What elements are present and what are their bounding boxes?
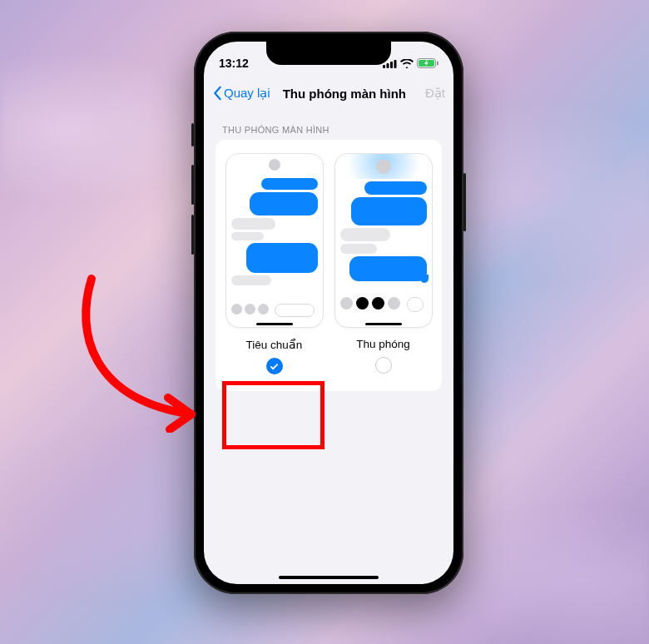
avatar-icon: [269, 159, 280, 171]
svg-rect-6: [437, 62, 438, 66]
option-zoomed-label: Thu phóng: [356, 338, 410, 350]
zoom-options-card: Tiêu chuẩn: [216, 140, 442, 391]
option-standard[interactable]: Tiêu chuẩn: [224, 153, 324, 374]
phone-frame: 13:12 Quay lại Thu phóng màn hình Đặt TH…: [194, 32, 463, 594]
power-button: [463, 173, 466, 231]
status-time: 13:12: [219, 57, 249, 70]
wifi-icon: [400, 59, 414, 68]
notch: [266, 42, 391, 65]
silence-switch: [191, 123, 194, 146]
volume-down-button: [191, 215, 194, 255]
svg-rect-3: [394, 60, 397, 68]
svg-rect-2: [390, 62, 393, 68]
radio-zoomed[interactable]: [375, 357, 392, 374]
radio-standard[interactable]: [266, 358, 283, 374]
page-title: Thu phóng màn hình: [264, 87, 425, 101]
phone-screen: 13:12 Quay lại Thu phóng màn hình Đặt TH…: [204, 42, 453, 584]
chevron-left-icon: [212, 86, 222, 101]
section-header: THU PHÓNG MÀN HÌNH: [204, 110, 453, 140]
set-button[interactable]: Đặt: [425, 86, 445, 101]
checkmark-icon: [270, 362, 279, 371]
option-zoomed[interactable]: Thu phóng: [333, 153, 433, 374]
preview-zoomed: [334, 153, 433, 328]
volume-up-button: [191, 165, 194, 205]
svg-rect-1: [387, 63, 389, 68]
avatar-icon: [376, 159, 391, 174]
option-standard-label: Tiêu chuẩn: [246, 338, 303, 351]
back-button[interactable]: Quay lại: [212, 86, 270, 101]
preview-standard: [225, 153, 324, 328]
svg-rect-0: [383, 65, 385, 68]
battery-charging-icon: [417, 58, 438, 68]
home-indicator: [279, 576, 379, 579]
navigation-bar: Quay lại Thu phóng màn hình Đặt: [204, 77, 453, 110]
